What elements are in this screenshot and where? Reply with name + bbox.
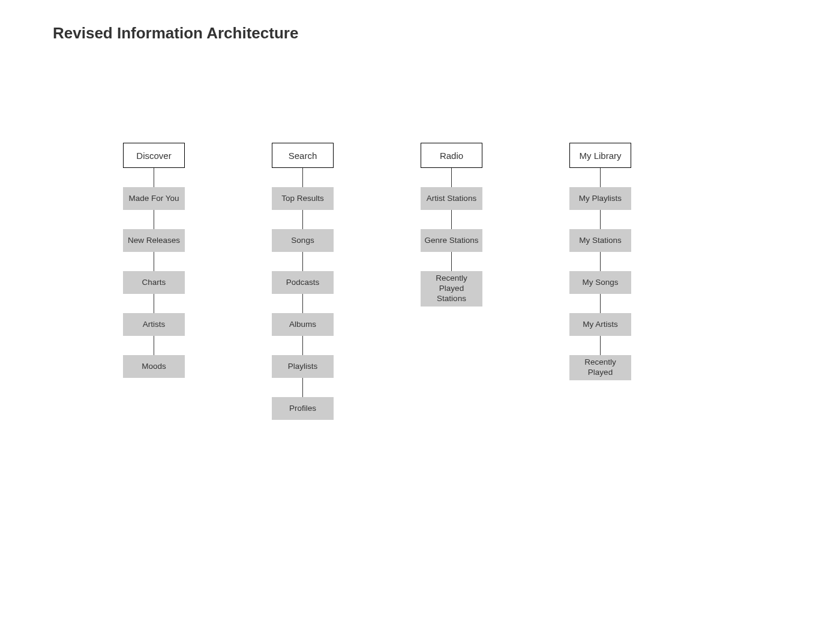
header-box-discover: Discover [123, 143, 185, 168]
child-box: My Songs [569, 271, 631, 294]
child-box: My Stations [569, 229, 631, 252]
connector [600, 210, 601, 229]
column-my-library: My Library My Playlists My Stations My S… [569, 143, 631, 420]
column-discover: Discover Made For You New Releases Chart… [123, 143, 185, 420]
connector [154, 210, 154, 229]
connector [154, 336, 154, 355]
connector [302, 336, 303, 355]
child-box: My Playlists [569, 187, 631, 210]
connector [600, 168, 601, 187]
connector [302, 294, 303, 313]
child-box: Genre Stations [421, 229, 482, 252]
connector [302, 378, 303, 397]
child-box: Recently Played Stations [421, 271, 482, 307]
child-box: Top Results [272, 187, 334, 210]
connector [451, 168, 452, 187]
connector [600, 252, 601, 271]
connector [302, 210, 303, 229]
page-title: Revised Information Architecture [53, 24, 298, 43]
connector [154, 168, 154, 187]
connector [600, 294, 601, 313]
child-box: Charts [123, 271, 185, 294]
connector [600, 336, 601, 355]
connector [154, 252, 154, 271]
diagram-columns: Discover Made For You New Releases Chart… [0, 143, 840, 420]
connector [302, 168, 303, 187]
connector [451, 210, 452, 229]
column-search: Search Top Results Songs Podcasts Albums… [272, 143, 334, 420]
child-box: Moods [123, 355, 185, 378]
child-box: Albums [272, 313, 334, 336]
child-box: Songs [272, 229, 334, 252]
header-box-my-library: My Library [569, 143, 631, 168]
connector [451, 252, 452, 271]
child-box: Made For You [123, 187, 185, 210]
child-box: Playlists [272, 355, 334, 378]
header-box-radio: Radio [421, 143, 482, 168]
child-box: New Releases [123, 229, 185, 252]
child-box: Artists [123, 313, 185, 336]
column-radio: Radio Artist Stations Genre Stations Rec… [421, 143, 482, 420]
child-box: Profiles [272, 397, 334, 420]
header-box-search: Search [272, 143, 334, 168]
child-box: Artist Stations [421, 187, 482, 210]
connector [154, 294, 154, 313]
child-box: Podcasts [272, 271, 334, 294]
child-box: My Artists [569, 313, 631, 336]
child-box: Recently Played [569, 355, 631, 380]
connector [302, 252, 303, 271]
